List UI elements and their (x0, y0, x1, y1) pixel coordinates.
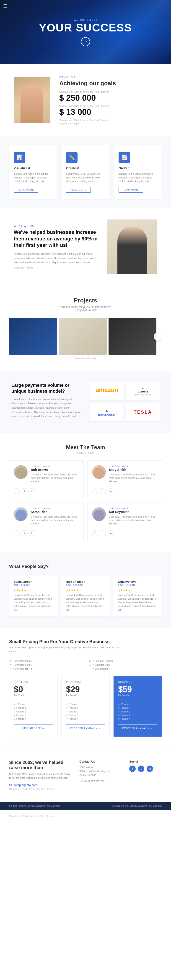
footer-since: Since 2002, we've helped raise more than… (9, 760, 70, 791)
price-feature-team-4: ✓ Feature 3 (14, 714, 53, 716)
feature-title-2: Create it (66, 166, 105, 170)
team-socials-nat: f t in (92, 530, 157, 536)
hero-title: YOUR SUCCESS (39, 21, 132, 34)
partners-title: Large payments volume or unique business… (11, 382, 81, 394)
price-btn-team[interactable]: Upload Free → (14, 724, 53, 732)
about-sample1: Sample text. Click to select the Text El… (59, 91, 157, 93)
project-item-1 (9, 318, 57, 355)
about-label: about us (59, 75, 157, 78)
read-more-btn-3[interactable]: read more (118, 187, 143, 192)
instagram-icon-mary[interactable]: in (108, 488, 113, 494)
about-img-credit: Image from Freepik (59, 123, 157, 125)
footer-sub: Start using Maki up as a hosting for you… (9, 772, 70, 780)
team-card-header-bob: CEO / FOUNDER Bob Brown Click here. Then… (14, 465, 79, 483)
read-more-btn-1[interactable]: read more (14, 187, 38, 192)
what-image (107, 220, 157, 274)
twitter-icon-nat[interactable]: t (100, 530, 106, 536)
price-features-team: ✓ 15 Years ✓ Feature 1 ✓ Feature 2 ✓ Fea… (10, 700, 58, 724)
team-role-nat: CEO / FOUNDER (109, 508, 157, 510)
read-more-btn-2[interactable]: read more (66, 187, 91, 192)
instagram-icon-sarah[interactable]: in (29, 530, 35, 536)
price-feature-personal-1: ✓ 15 Years (66, 703, 105, 706)
avatar-nat (92, 508, 106, 521)
feature-title-1: Visualize it (14, 166, 53, 170)
elevate-icon: ▲ (142, 387, 144, 389)
pricing-features-col2: ✓ ✓ Free Sub-Domain ✓ ✓ Unlimited Data ✓… (89, 660, 162, 671)
testimonial-role-nick: CEO / LALEON (66, 584, 105, 586)
price-plan-personal: Personal (66, 681, 105, 683)
price-amount-team: $0 (14, 685, 53, 694)
footer-social-icons: f t in (129, 765, 162, 772)
about-title: Achieving our goals (59, 80, 157, 87)
team-role-bob: CEO / FOUNDER (31, 465, 79, 468)
instagram-icon-bob[interactable]: in (29, 488, 35, 494)
facebook-icon-nat[interactable]: f (92, 530, 98, 536)
footer-title: Since 2002, we've helped raise more than (9, 760, 70, 770)
team-info-bob: CEO / FOUNDER Bob Brown Click here. Then… (31, 465, 79, 483)
team-grid: CEO / FOUNDER Bob Brown Click here. Then… (9, 460, 162, 541)
facebook-footer-icon[interactable]: f (129, 765, 136, 772)
carousel-next-button[interactable]: › (154, 332, 162, 340)
about-sample2: Sample text. Click to select the Text El… (59, 105, 157, 107)
testimonial-name-stella: Stella Larson (14, 580, 53, 584)
grow-icon: 📈 (118, 152, 130, 163)
twitter-footer-icon[interactable]: t (138, 765, 144, 772)
amazon-logo: amazon (96, 386, 118, 394)
price-btn-personal[interactable]: Proceed Annually → (66, 724, 105, 732)
team-name-sarah: Sarah Rich (31, 510, 79, 514)
elevate-logo: Elevate (138, 390, 148, 394)
twitter-icon-bob[interactable]: t (22, 488, 27, 494)
price-feature-personal-2: ✓ Feature 1 (66, 707, 105, 709)
facebook-icon-sarah[interactable]: f (14, 530, 20, 536)
tesla-logo: TESLA (134, 410, 152, 415)
elevate-logo-card: ▲ Elevate CREATIVE STUDIO (126, 382, 160, 401)
footer-email[interactable]: sample@info.com (14, 784, 37, 787)
twitter-icon-sarah[interactable]: t (22, 530, 27, 536)
testimonial-role-olga: CEO / LALEON (118, 584, 157, 586)
testimonials-title: What People Say? (9, 564, 162, 569)
price-btn-business[interactable]: Proceed Annually → (118, 724, 157, 732)
facebook-icon-mary[interactable]: f (92, 488, 98, 494)
twitter-icon-mary[interactable]: t (100, 488, 106, 494)
testimonial-card-stella: Stella Larson CEO / LALEON ★★★★★ Sample … (9, 576, 58, 616)
team-card-nat: CEO / FOUNDER Nat Reynolds Click here. T… (87, 503, 162, 541)
rising-logo: Rising Agency (98, 414, 115, 416)
price-amount-personal: $29 (66, 685, 105, 694)
team-desc-nat: Click here. Then More Inline add to this… (109, 515, 157, 525)
team-socials-mary: f t in (92, 488, 157, 494)
team-desc-mary: Click here. Then More Inline add to this… (109, 473, 157, 483)
testimonial-stars-olga: ★★★★★ (118, 589, 157, 592)
pricing-feat-item-4: ✓ ✓ Free Sub-Domain (89, 660, 162, 662)
price-feature-business-2: ✓ Feature 1 (118, 707, 157, 709)
footer-link-1[interactable]: Sample text link. Click to select the Te… (112, 805, 162, 807)
hero-arrow-button[interactable]: → (81, 37, 90, 46)
what-label: what we do (14, 224, 98, 227)
pricing-grid: For Team $0 Per Month ✓ 15 Years ✓ Featu… (9, 676, 162, 737)
hamburger-menu[interactable]: ☰ (3, 3, 7, 9)
avatar-inner-mary (94, 468, 104, 479)
price-card-personal: Personal $29 Per Month ✓ 15 Years ✓ Feat… (61, 676, 110, 737)
about-price2: $ 13 000 (59, 107, 91, 117)
about-content: about us Achieving our goals Sample text… (59, 75, 157, 125)
man-figure (117, 226, 147, 274)
bottom-sample-text: Sample text. Click to select the Text El… (9, 815, 55, 818)
team-desc-bob: Click here. Then More Inline add to this… (31, 473, 79, 483)
elevate-sub: CREATIVE STUDIO (134, 394, 152, 396)
price-features-business: ✓ 15 Years ✓ Feature 1 ✓ Feature 2 ✓ Fea… (113, 700, 161, 724)
footer-phone: Tel: (111) 360 336 663 (79, 779, 120, 782)
partners-left: Large payments volume or unique business… (11, 382, 81, 418)
price-card-team: For Team $0 Per Month ✓ 15 Years ✓ Featu… (9, 676, 58, 737)
projects-img-credit: Images from Freepik (9, 357, 162, 360)
instagram-icon-nat[interactable]: in (108, 530, 113, 536)
team-img-credit: Image by Freepik (9, 452, 162, 454)
facebook-icon-bob[interactable]: f (14, 488, 20, 494)
price-feature-business-4: ✓ Feature 3 (118, 714, 157, 716)
footer-copyright: Sample Text Link. Click to select the Te… (9, 805, 60, 807)
about-image (14, 77, 50, 123)
partners-logos: amazon ⌢ ▲ Elevate CREATIVE STUDIO ▲ Ris… (90, 382, 160, 422)
testimonial-role-stella: CEO / LALEON (14, 584, 53, 586)
team-card-header-mary: CEO / FOUNDER Mary Smith Click here. The… (92, 465, 157, 483)
pricing-desc: Start using Maki up as a hosting for you… (9, 646, 123, 653)
price-feature-personal-5: ✓ Feature 4 (66, 718, 105, 720)
instagram-footer-icon[interactable]: in (147, 765, 153, 772)
